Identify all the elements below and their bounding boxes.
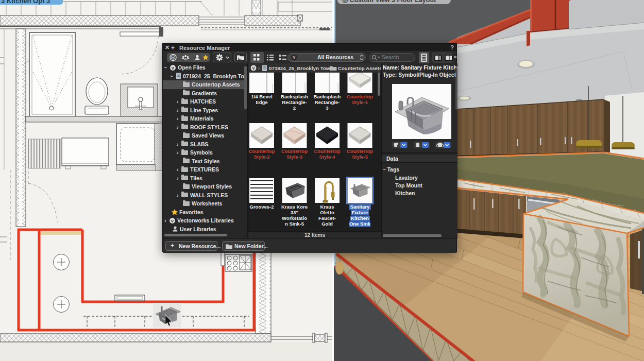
svg-text:n Sink-5: n Sink-5 [285,221,304,227]
svg-text:3 Kitchen Opt 3: 3 Kitchen Opt 3 [1,0,50,5]
svg-text:33": 33" [291,210,298,215]
svg-text:Countertop: Countertop [347,148,373,154]
svg-text:3: 3 [326,105,328,111]
svg-text:1/4 Bevel: 1/4 Bevel [251,94,272,99]
svg-text:071924_25_Brooklyn Tow: 071924_25_Brooklyn Tow [269,65,330,71]
svg-text:Style-2: Style-2 [253,154,269,160]
svg-text:V: V [293,56,296,59]
svg-text:Kraus Kore: Kraus Kore [281,204,308,210]
svg-text:One Sink: One Sink [349,221,371,227]
svg-text:Sanitary: Sanitary [350,204,370,210]
svg-text:Style-1: Style-1 [352,99,368,105]
svg-text:Backsplash: Backsplash [314,94,341,99]
svg-text:›: › [258,65,260,71]
svg-text:Grooves-2: Grooves-2 [250,204,274,210]
svg-text:Countertop: Countertop [281,148,308,154]
svg-text:›: › [326,65,327,71]
svg-text:All Resources: All Resources [317,54,353,60]
svg-text:Faucet-: Faucet- [318,215,336,221]
svg-text:Kitchen: Kitchen [351,215,369,221]
svg-text:Edge: Edge [256,99,267,105]
svg-text:Gold: Gold [321,221,333,227]
svg-text:Style-5: Style-5 [352,154,368,160]
svg-text:Oletto: Oletto [320,210,334,215]
svg-text:Workstatio: Workstatio [282,215,307,221]
svg-text:Countertop: Countertop [248,148,275,154]
svg-text:Countertop: Countertop [347,94,373,99]
svg-text:Rectangle-: Rectangle- [315,99,340,105]
svg-text:V: V [171,219,174,224]
svg-text:Countertop: Countertop [314,148,340,154]
svg-text:V: V [252,66,255,71]
svg-text:Fixture: Fixture [352,210,368,215]
svg-text:Rectangle-: Rectangle- [282,99,307,105]
svg-text:Backsplash: Backsplash [281,94,308,99]
svg-text:2: 2 [293,105,296,111]
svg-text:Kraus: Kraus [320,204,334,210]
svg-text:Style-3: Style-3 [286,154,302,160]
svg-text:Style-4: Style-4 [319,154,335,160]
svg-text:V: V [172,66,175,71]
svg-text:◎ Custom View 3 Floor Layout: ◎ Custom View 3 Floor Layout [342,0,436,4]
svg-text:Search: Search [382,54,399,60]
svg-text:V: V [172,56,174,59]
svg-text:Countertop Assets: Countertop Assets [338,65,381,71]
